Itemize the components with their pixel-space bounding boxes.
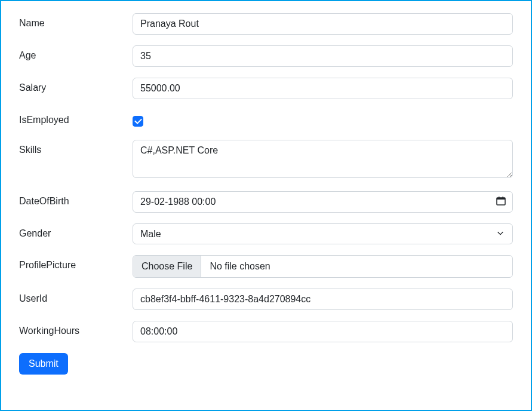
skills-row: Skills C#,ASP.NET Core bbox=[19, 140, 513, 180]
userid-label: UserId bbox=[19, 289, 133, 304]
salary-input[interactable] bbox=[133, 78, 513, 99]
dateofbirth-label: DateOfBirth bbox=[19, 191, 133, 207]
isemployed-checkbox[interactable] bbox=[133, 116, 143, 127]
isemployed-label: IsEmployed bbox=[19, 110, 133, 125]
workinghours-label: WorkingHours bbox=[19, 321, 133, 336]
age-label: Age bbox=[19, 45, 133, 61]
profilepicture-label: ProfilePicture bbox=[19, 255, 133, 271]
submit-button[interactable]: Submit bbox=[19, 353, 68, 375]
userid-row: UserId bbox=[19, 289, 513, 310]
name-row: Name bbox=[19, 13, 513, 35]
age-row: Age bbox=[19, 45, 513, 67]
workinghours-row: WorkingHours bbox=[19, 321, 513, 342]
dateofbirth-row: DateOfBirth bbox=[19, 191, 513, 213]
gender-select[interactable]: Male bbox=[133, 223, 513, 244]
workinghours-input[interactable] bbox=[133, 321, 513, 342]
skills-label: Skills bbox=[19, 140, 133, 155]
skills-textarea[interactable]: C#,ASP.NET Core bbox=[133, 140, 513, 178]
file-status-text: No file chosen bbox=[201, 256, 278, 277]
choose-file-button: Choose File bbox=[133, 256, 201, 277]
gender-row: Gender Male bbox=[19, 223, 513, 244]
userid-input[interactable] bbox=[133, 289, 513, 310]
salary-row: Salary bbox=[19, 78, 513, 99]
profilepicture-file-input[interactable]: Choose File No file chosen bbox=[133, 255, 513, 278]
profilepicture-row: ProfilePicture Choose File No file chose… bbox=[19, 255, 513, 278]
salary-label: Salary bbox=[19, 78, 133, 93]
name-label: Name bbox=[19, 13, 133, 29]
gender-label: Gender bbox=[19, 223, 133, 239]
dateofbirth-input[interactable] bbox=[133, 191, 513, 213]
age-input[interactable] bbox=[133, 45, 513, 67]
form-container: Name Age Salary IsEmployed Skills C#,ASP… bbox=[0, 0, 532, 411]
name-input[interactable] bbox=[133, 13, 513, 35]
isemployed-row: IsEmployed bbox=[19, 110, 513, 129]
